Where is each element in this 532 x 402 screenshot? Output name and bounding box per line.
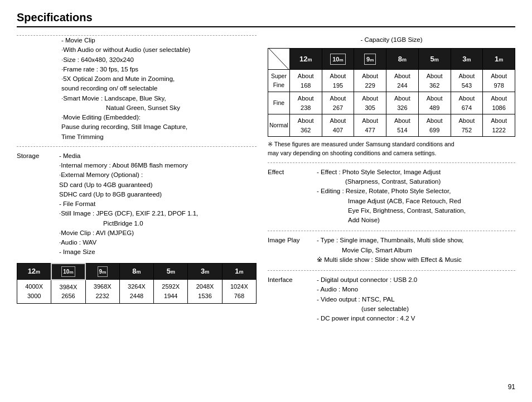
movie-clip-content: - Movie Clip ·With Audio or without Audi… [17,36,257,142]
movie-clip-line-10: Time Trimming [61,132,257,142]
img-header-1m: 1m [222,264,256,280]
interface-line-3: - Video output : NTSC, PAL [317,295,515,304]
interface-content: - Digital output connector : USB 2.0 - A… [317,275,515,323]
cap-normal-label: Normal [268,114,290,137]
cap-superfine-3m: About543 [451,70,483,92]
img-size-9m: 3968X2232 [85,280,119,304]
right-column: - Capacity (1GB Size) 12m 10m 9m [268,35,515,329]
storage-line-7: ·Still Image : JPEG (DCF), EXIF 2.21, DP… [59,209,257,218]
cap-header-12m: 12m [289,49,322,70]
movie-clip-line-7: Natual Green, Sunset Sky [61,103,257,113]
cap-header-10m: 10m [322,49,354,70]
cap-superfine-row: SuperFine About168 About195 About229 Abo… [268,70,515,92]
movie-clip-section: - Movie Clip ·With Audio or without Audi… [17,35,257,146]
img-size-3m: 2048X1536 [188,280,222,304]
movie-clip-line-5: sound recording on/ off selectable [61,84,257,93]
cap-normal-1m: About1222 [483,114,515,137]
cap-header-8m: 8m [386,49,419,70]
storage-label: Storage [17,151,56,257]
capacity-label: - Capacity (1GB Size) [268,35,515,45]
image-play-section: Image Play - Type : Single image, Thumbn… [268,231,515,270]
svg-line-0 [269,49,288,69]
effect-line-1: - Effect : Photo Style Selector, Image A… [317,168,515,177]
cap-normal-3m: About752 [451,114,483,137]
effect-line-6: Add Noise) [317,216,515,225]
storage-line-8: PictBridge 1.0 [59,219,257,228]
movie-clip-line-4: ·5X Optical Zoom and Mute in Zooming, [61,74,257,84]
image-play-line-2: Movie Clip, Smart Album [317,246,515,255]
effect-line-2: (Sharpness, Contrast, Saturation) [317,177,515,186]
cap-superfine-5m: About362 [418,70,451,92]
cap-header-3m: 3m [451,49,483,70]
interface-line-4: (user selectable) [317,304,515,314]
capacity-note: ※ These figures are measured under Samsu… [268,140,515,158]
cap-normal-8m: About514 [386,114,419,137]
cap-header-row: 12m 10m 9m 8m 5m 3m 1m [268,49,515,70]
movie-clip-line-2: ·Size : 640x480, 320x240 [61,55,257,65]
storage-section: Storage - Media ·Internal memory : About… [17,146,257,308]
storage-line-3: ·External Memory (Optional) : [59,170,257,180]
cap-superfine-1m: About978 [483,70,515,92]
cap-fine-12m: About238 [289,92,322,114]
effect-line-3: - Editing : Resize, Rotate, Photo Style … [317,186,515,196]
effect-line-4: Image Adjust (ACB, Face Retouch, Red [317,197,515,206]
storage-line-4: SD card (Up to 4GB guaranteed) [59,180,257,190]
movie-clip-line-1: ·With Audio or without Audio (user selec… [61,45,257,55]
interface-row: Interface - Digital output connector : U… [268,275,515,323]
storage-line-9: ·Movie Clip : AVI (MJPEG) [59,228,257,238]
movie-clip-line-8: ·Movie Editing (Embedded): [61,113,257,122]
cap-superfine-label: SuperFine [268,70,290,92]
img-header-12m: 12m [17,264,51,280]
cap-normal-row: Normal About362 About407 About477 About5… [268,114,515,137]
storage-line-6: - File Format [59,199,257,209]
img-header-5m: 5m [154,264,188,280]
img-header-9m: 9m [85,264,119,280]
cap-fine-label: Fine [268,92,290,114]
movie-clip-line-6: ·Smart Movie : Landscape, Blue Sky, [61,94,257,103]
effect-section: Effect - Effect : Photo Style Selector, … [268,162,515,231]
cap-fine-5m: About489 [418,92,451,114]
effect-label: Effect [268,168,312,226]
img-header-8m: 8m [119,264,153,280]
storage-row: Storage - Media ·Internal memory : About… [17,151,257,257]
cap-superfine-12m: About168 [289,70,322,92]
cap-normal-10m: About407 [322,114,354,137]
img-size-data-row: 4000X3000 3984X2656 3968X2232 3264X2448 … [17,280,257,304]
cap-normal-9m: About477 [354,114,386,137]
capacity-table: 12m 10m 9m 8m 5m 3m 1m SuperFine About16 [268,48,515,137]
storage-line-2: ·Internal memory : About 86MB flash memo… [59,161,257,170]
interface-label: Interface [268,275,312,323]
cap-header-1m: 1m [483,49,515,70]
img-size-12m: 4000X3000 [17,280,51,304]
storage-content: - Media ·Internal memory : About 86MB fl… [59,151,257,257]
image-size-table: 12m 10m 9m 8m 5m 3m 1m [17,263,257,304]
interface-line-5: - DC power input connector : 4.2 V [317,314,515,323]
img-size-header-row: 12m 10m 9m 8m 5m 3m 1m [17,264,257,280]
img-size-10m: 3984X2656 [51,280,85,304]
effect-content: - Effect : Photo Style Selector, Image A… [317,168,515,226]
movie-clip-label: - Movie Clip [61,36,257,45]
left-column: - Movie Clip ·With Audio or without Audi… [17,35,257,329]
image-play-row: Image Play - Type : Single image, Thumbn… [268,236,515,265]
img-header-3m: 3m [188,264,222,280]
interface-line-2: - Audio : Mono [317,285,515,294]
cap-fine-8m: About326 [386,92,419,114]
storage-line-1: - Media [59,151,257,161]
content-wrapper: - Movie Clip ·With Audio or without Audi… [17,35,515,329]
image-play-label: Image Play [268,236,312,265]
diagonal-header-cell [268,49,290,70]
page-title: Specifications [17,11,515,27]
cap-fine-1m: About1086 [483,92,515,114]
cap-fine-10m: About267 [322,92,354,114]
cap-header-5m: 5m [418,49,451,70]
effect-line-5: Eye Fix, Brightness, Contrast, Saturatio… [317,206,515,216]
cap-fine-3m: About674 [451,92,483,114]
interface-section: Interface - Digital output connector : U… [268,270,515,329]
img-size-5m: 2592X1944 [154,280,188,304]
cap-fine-9m: About305 [354,92,386,114]
image-play-line-1: - Type : Single image, Thumbnails, Multi… [317,236,515,245]
cap-superfine-8m: About244 [386,70,419,92]
storage-line-5: SDHC card (Up to 8GB guaranteed) [59,190,257,199]
cap-fine-row: Fine About238 About267 About305 About326… [268,92,515,114]
cap-normal-12m: About362 [289,114,322,137]
